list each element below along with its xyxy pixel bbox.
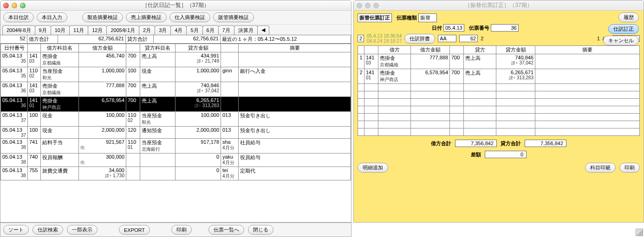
close-icon[interactable] xyxy=(3,3,9,8)
history-button[interactable]: 履歴 xyxy=(618,13,639,22)
minimize-icon[interactable] xyxy=(12,3,17,8)
journal-row[interactable]: 05.04.1337100現金100,000 11002当座預金和光100,00… xyxy=(1,112,351,127)
detail-row-empty[interactable] xyxy=(358,106,640,114)
month-tab[interactable]: 2月 xyxy=(139,26,155,35)
detail-row-empty[interactable] xyxy=(358,84,640,91)
col-cr-name: 貸方科目名 xyxy=(140,44,176,52)
detail-row-empty[interactable] xyxy=(358,91,640,99)
dr-total-value: 62,756,621 xyxy=(58,35,126,43)
slip-footer: 明細追加 科目印籠 印刷 xyxy=(358,163,640,173)
diff-value: 0 xyxy=(485,151,527,158)
slip-kind-value: 振替 xyxy=(418,13,437,22)
mfg-memo-verify-button[interactable]: 製造摘要検証 xyxy=(82,13,123,22)
partial-view-button[interactable]: 一部表示 xyxy=(67,225,98,235)
col-date-no: 日付番号 xyxy=(1,44,28,52)
month-tab[interactable]: 9月 xyxy=(35,26,51,35)
totals-row: 借方合計 7,356,842 貸方合計 7,356,842 xyxy=(358,140,640,147)
slip-detail-grid: 借方 借方金額 貸方 貸方金額 摘要 114103売掛金京都繊維777,888 … xyxy=(358,45,640,136)
detail-row[interactable]: 214101売掛金神戸商店6,578,954 700 売上高 6,265,671… xyxy=(358,69,640,84)
export-button[interactable]: EXPORT xyxy=(119,225,150,235)
zoom-icon[interactable] xyxy=(373,3,379,8)
dict-code-a[interactable]: AA xyxy=(438,35,456,42)
journal-row[interactable]: 05.04.1337100現金2,000,000 120通知預金2,000,00… xyxy=(1,127,351,139)
search-journal-button[interactable]: 仕訳検索 xyxy=(33,225,63,235)
print-button[interactable]: 印刷 xyxy=(619,163,640,173)
updated-date: 04.8.24 xyxy=(367,38,382,44)
toolbar-left: 本日仕訳 本日入力 製造摘要検証 売上摘要検証 仕入摘要検証 販管摘要検証 xyxy=(0,11,351,25)
cr-total-label: 貸方合計 xyxy=(126,35,154,43)
created-date: 05.4.13 xyxy=(367,33,382,38)
slip-no-field[interactable]: 36 xyxy=(491,24,519,32)
month-tab[interactable]: 2004年8月 xyxy=(2,26,35,35)
sort-button[interactable]: ソート xyxy=(3,225,29,235)
col-dr-amt: 借方金額 xyxy=(411,46,450,54)
print-button[interactable]: 印刷 xyxy=(171,225,192,235)
created-time: 18:36:54 xyxy=(384,33,402,38)
journal-row[interactable]: 05.04.1338755旅費交通費34,600課+ 1,7300 tei4月分… xyxy=(1,167,351,180)
month-tab[interactable]: 3月 xyxy=(155,26,171,35)
detail-row-empty[interactable] xyxy=(358,99,640,106)
transfer-slip-window: ［振替伝票訂正］（37期） 履歴 仕訳訂正 キャンセル 振替伝票訂正 伝票種類 … xyxy=(353,0,644,223)
titlebar-left[interactable]: ［仕訳日記一覧］（37期） xyxy=(0,0,351,11)
month-tab[interactable]: 5月 xyxy=(186,26,202,35)
minimize-icon[interactable] xyxy=(365,3,371,8)
dict-code-c: 2 xyxy=(481,36,483,41)
slip-form-body: 履歴 仕訳訂正 キャンセル 振替伝票訂正 伝票種類 振替 日付 05.4.13 … xyxy=(354,11,644,222)
month-tab[interactable]: 2005年1月 xyxy=(106,26,139,35)
side-count: 2 xyxy=(358,35,364,42)
journal-row[interactable]: 05.04.133614101売掛金神戸商店6,578,954 700売上高6,… xyxy=(1,97,351,112)
zoom-icon[interactable] xyxy=(20,3,26,8)
sga-memo-verify-button[interactable]: 販管摘要検証 xyxy=(213,13,254,22)
col-memo: 摘要 xyxy=(535,46,640,54)
form-title: 振替伝票訂正 xyxy=(358,13,392,22)
col-cr-amt: 貸方金額 xyxy=(176,44,221,52)
dr-total-label: 借方合計 xyxy=(27,35,58,43)
today-entry-button[interactable]: 本日入力 xyxy=(37,13,67,22)
month-tab[interactable]: 6月 xyxy=(202,26,219,35)
dict-code-b[interactable]: 62 xyxy=(459,35,478,42)
detail-row-empty[interactable] xyxy=(358,114,640,121)
tab-scroll-left-icon[interactable]: ◀ xyxy=(257,26,269,35)
dr-total-label: 借方合計 xyxy=(431,140,451,147)
account-print-button[interactable]: 科目印籠 xyxy=(585,163,616,173)
month-tab[interactable]: 10月 xyxy=(51,26,70,35)
journal-grid: 日付番号 借方科目名 借方金額 貸方科目名 貸方金額 摘要 05.04.1335… xyxy=(0,44,351,223)
footer-left: ソート 仕訳検索 一部表示 EXPORT 印刷 伝票一覧へ 閉じる xyxy=(0,223,351,237)
month-tab[interactable]: 11月 xyxy=(69,26,88,35)
month-tab[interactable]: 決算月 xyxy=(234,26,258,35)
today-journal-button[interactable]: 本日仕訳 xyxy=(3,13,34,22)
to-slip-list-button[interactable]: 伝票一覧へ xyxy=(208,225,244,235)
col-dr: 借方 xyxy=(378,46,411,54)
titlebar-right[interactable]: ［振替伝票訂正］（37期） xyxy=(354,0,644,11)
journal-dict-button[interactable]: 仕訳辞書 xyxy=(404,34,435,44)
month-tab[interactable]: 4月 xyxy=(170,26,187,35)
edit-journal-button[interactable]: 仕訳訂正 xyxy=(608,24,639,34)
cancel-button[interactable]: キャンセル xyxy=(603,36,639,45)
journal-row[interactable]: 05.04.133511002当座預金和光1,000,000 100現金1,00… xyxy=(1,67,351,82)
journal-row[interactable]: 05.04.133514103売掛金京都繊維456,740 700売上高434,… xyxy=(1,52,351,67)
month-tabs: 2004年8月9月10月11月12月2005年1月2月3月4月5月6月7月決算月… xyxy=(0,25,351,35)
detail-row-empty[interactable] xyxy=(358,128,640,136)
updated-time: 19:16:27 xyxy=(384,38,402,44)
date-field[interactable]: 05.4.13 xyxy=(443,24,464,32)
cr-total-value: 7,356,842 xyxy=(525,140,566,147)
month-tab[interactable]: 12月 xyxy=(88,26,107,35)
month-tab[interactable]: 7月 xyxy=(218,26,234,35)
row-count: 52 xyxy=(0,35,27,43)
window-title: ［仕訳日記一覧］（37期） xyxy=(0,1,351,9)
window-title: ［振替伝票訂正］（37期） xyxy=(354,1,644,9)
slip-no-label: 伝票番号 xyxy=(469,25,489,32)
close-icon[interactable] xyxy=(357,3,362,8)
journal-row[interactable]: 05.04.133614103売掛金京都繊維777,888 700売上高740,… xyxy=(1,82,351,97)
page-current: 1 xyxy=(597,36,600,41)
purchase-memo-verify-button[interactable]: 仕入摘要検証 xyxy=(169,13,210,22)
journal-row[interactable]: 05.04.1338741給料手当921,567他11001当座預金北海銀行91… xyxy=(1,139,351,154)
add-line-button[interactable]: 明細追加 xyxy=(358,163,388,173)
sales-memo-verify-button[interactable]: 売上摘要検証 xyxy=(126,13,167,22)
detail-row[interactable]: 114103売掛金京都繊維777,888 700 売上高 740,846課+ 3… xyxy=(358,54,640,69)
diff-row: 差額 0 xyxy=(358,151,640,158)
detail-row-empty[interactable] xyxy=(358,121,640,128)
journal-row[interactable]: 05.04.1338740役員報酬300,000他0 yaku4月分役員給与 xyxy=(1,154,351,167)
close-button[interactable]: 閉じる xyxy=(248,225,273,235)
recent-range: 最近の１ヶ月：05.4.12〜05.5.12 xyxy=(221,35,351,43)
